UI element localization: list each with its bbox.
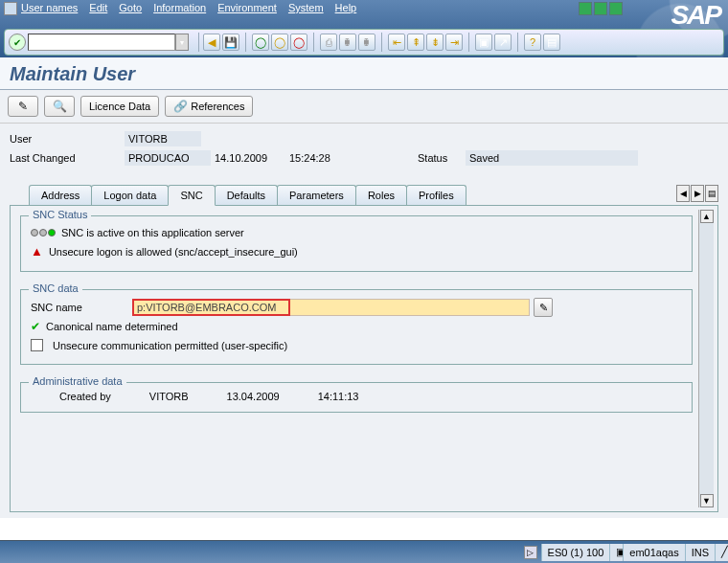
help-icon[interactable]: ? bbox=[524, 34, 541, 51]
link-icon: 🔗 bbox=[173, 100, 187, 113]
pencil-icon: ✎ bbox=[16, 100, 30, 113]
statusbar: ▷ ES0 (1) 100 ▣ em01aqas INS ╱ bbox=[0, 540, 728, 563]
traffic-light-icon bbox=[31, 229, 56, 236]
snc-name-input[interactable]: p:VITORB@EMBRACO.COM bbox=[132, 299, 290, 316]
user-value: VITORB bbox=[125, 131, 201, 146]
tabstrip: Address Logon data SNC Defaults Paramete… bbox=[10, 183, 718, 206]
tab-profiles[interactable]: Profiles bbox=[406, 185, 466, 205]
tab-parameters[interactable]: Parameters bbox=[277, 185, 356, 205]
tab-address[interactable]: Address bbox=[29, 185, 92, 205]
tab-roles[interactable]: Roles bbox=[355, 185, 407, 205]
snc-active-text: SNC is active on this application server bbox=[61, 227, 244, 238]
shortcut-icon[interactable]: ↗ bbox=[494, 34, 512, 51]
save-icon[interactable]: 💾 bbox=[222, 34, 239, 51]
standard-toolbar: ▾ ◀ 💾 ◯ ◯ ◯ ⎙ ⧯ ⧯ ⇤ ⇞ ⇟ ⇥ ▣ ↗ ? ▤ bbox=[4, 29, 724, 56]
snc-data-panel: SNC data SNC name p:VITORB@EMBRACO.COM ✎… bbox=[20, 289, 693, 365]
tab-content: SNC Status SNC is active on this applica… bbox=[14, 210, 698, 507]
licence-label: Licence Data bbox=[89, 101, 150, 112]
menu-bar: User names Edit Goto Information Environ… bbox=[21, 2, 356, 13]
last-changed-time: 15:24:28 bbox=[285, 150, 351, 166]
licence-data-button[interactable]: Licence Data bbox=[80, 96, 159, 117]
tab-logon-data[interactable]: Logon data bbox=[91, 185, 169, 205]
edit-snc-name-button[interactable]: ✎ bbox=[534, 298, 553, 317]
created-time: 14:11:13 bbox=[318, 391, 359, 402]
tab-list-icon[interactable]: ▤ bbox=[705, 185, 718, 202]
references-button[interactable]: 🔗References bbox=[165, 96, 253, 117]
canonical-name-text: Canonical name determined bbox=[46, 321, 178, 332]
layout-icon[interactable]: ▤ bbox=[543, 34, 560, 51]
statusbar-server: em01aqas bbox=[623, 544, 684, 561]
unsecure-comm-checkbox[interactable] bbox=[31, 339, 43, 351]
first-page-icon[interactable]: ⇤ bbox=[388, 34, 405, 51]
admin-data-legend: Administrative data bbox=[29, 375, 126, 387]
find-icon: ⧯ bbox=[339, 34, 356, 51]
new-session-icon[interactable]: ▣ bbox=[475, 34, 492, 51]
statusbar-menu-icon[interactable]: ╱ bbox=[715, 544, 728, 561]
unsecure-comm-label: Unsecure communication permitted (user-s… bbox=[53, 340, 287, 351]
status-label: Status bbox=[418, 152, 466, 164]
search-icon: 🔍 bbox=[53, 100, 66, 113]
cancel-icon[interactable]: ◯ bbox=[290, 34, 307, 51]
display-change-button[interactable]: ✎ bbox=[8, 96, 38, 117]
search-button[interactable]: 🔍 bbox=[44, 96, 75, 117]
content-scrollbar[interactable]: ▲ ▼ bbox=[698, 210, 714, 507]
snc-data-legend: SNC data bbox=[29, 282, 82, 294]
menu-information[interactable]: Information bbox=[153, 2, 206, 13]
command-field[interactable] bbox=[28, 34, 175, 51]
snc-status-panel: SNC Status SNC is active on this applica… bbox=[20, 215, 693, 272]
scroll-down-icon[interactable]: ▼ bbox=[700, 494, 714, 507]
session-icon[interactable] bbox=[4, 2, 17, 15]
snc-unsecure-text: Unsecure logon is allowed (snc/accept_in… bbox=[49, 246, 298, 258]
exit-icon[interactable]: ◯ bbox=[271, 34, 288, 51]
last-page-icon[interactable]: ⇥ bbox=[445, 34, 463, 51]
statusbar-toggle-icon[interactable]: ▷ bbox=[524, 546, 537, 559]
tab-defaults[interactable]: Defaults bbox=[215, 185, 278, 205]
back-icon[interactable]: ◀ bbox=[203, 34, 220, 51]
scroll-up-icon[interactable]: ▲ bbox=[700, 210, 714, 223]
statusbar-system[interactable]: ES0 (1) 100 bbox=[541, 544, 610, 561]
last-changed-date: 14.10.2009 bbox=[211, 150, 285, 166]
last-changed-label: Last Changed bbox=[10, 152, 125, 164]
menu-system[interactable]: System bbox=[288, 2, 324, 13]
references-label: References bbox=[191, 101, 244, 112]
snc-name-input-ext[interactable] bbox=[290, 299, 530, 316]
menu-goto[interactable]: Goto bbox=[119, 2, 142, 13]
enter-button[interactable] bbox=[9, 34, 26, 51]
next-page-icon[interactable]: ⇟ bbox=[426, 34, 444, 51]
snc-status-legend: SNC Status bbox=[29, 210, 91, 220]
tab-snc[interactable]: SNC bbox=[168, 185, 215, 206]
tab-scroll-left-icon[interactable]: ◀ bbox=[676, 185, 690, 202]
pencil-edit-icon: ✎ bbox=[539, 302, 548, 314]
tab-scroll-right-icon[interactable]: ▶ bbox=[691, 185, 704, 202]
created-date: 13.04.2009 bbox=[227, 391, 280, 402]
print-icon: ⎙ bbox=[320, 34, 337, 51]
menu-user-names[interactable]: User names bbox=[21, 2, 78, 13]
command-dropdown-icon[interactable]: ▾ bbox=[175, 34, 189, 51]
user-label: User bbox=[10, 133, 125, 145]
menu-environment[interactable]: Environment bbox=[217, 2, 277, 13]
find-next-icon: ⧯ bbox=[358, 34, 375, 51]
menu-edit[interactable]: Edit bbox=[89, 2, 107, 13]
created-by-label: Created by bbox=[59, 391, 111, 402]
statusbar-server-icon[interactable]: ▣ bbox=[609, 544, 623, 561]
last-changed-by: PRODUCAO bbox=[125, 150, 211, 166]
statusbar-mode: INS bbox=[685, 544, 715, 561]
prev-page-icon[interactable]: ⇞ bbox=[407, 34, 424, 51]
warning-triangle-icon: ▲ bbox=[31, 244, 43, 259]
created-by-value: VITORB bbox=[149, 391, 189, 402]
admin-data-panel: Administrative data Created by VITORB 13… bbox=[20, 382, 693, 413]
back2-icon[interactable]: ◯ bbox=[252, 34, 269, 51]
page-title: Maintain User bbox=[10, 63, 718, 85]
checkmark-icon: ✔ bbox=[31, 320, 40, 333]
menu-help[interactable]: Help bbox=[335, 2, 357, 13]
status-value: Saved bbox=[466, 150, 638, 166]
snc-name-label: SNC name bbox=[31, 302, 132, 313]
sap-logo: SAP bbox=[671, 0, 720, 31]
